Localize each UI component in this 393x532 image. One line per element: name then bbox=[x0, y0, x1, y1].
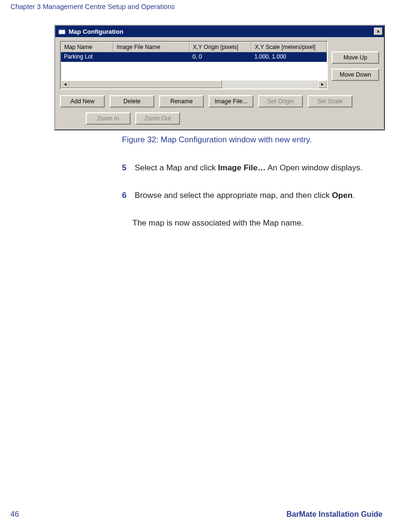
step-6-text-a: Browse and select the appropriate map, a… bbox=[135, 191, 332, 200]
step-5: 5 Select a Map and click Image File… An … bbox=[122, 163, 383, 174]
step-5-bold: Image File… bbox=[218, 163, 266, 172]
zoom-out-button: Zoom Out bbox=[135, 112, 180, 125]
list-header: Map Name Image File Name X,Y Origin [pix… bbox=[61, 42, 327, 52]
move-down-button[interactable]: Move Down bbox=[332, 69, 379, 81]
svg-rect-1 bbox=[59, 29, 65, 30]
image-file-button[interactable]: Image File... bbox=[209, 95, 253, 108]
scroll-track[interactable] bbox=[222, 80, 318, 89]
col-image-file[interactable]: Image File Name bbox=[113, 42, 190, 52]
set-scale-button: Set Scale bbox=[308, 95, 353, 108]
col-map-name[interactable]: Map Name bbox=[61, 42, 113, 52]
cell-map-name: Parking Lot bbox=[61, 52, 113, 62]
horizontal-scrollbar[interactable]: ◄ ► bbox=[61, 80, 327, 89]
page-header: Chapter 3 Management Centre Setup and Op… bbox=[10, 3, 175, 10]
step-6-bold: Open bbox=[332, 191, 353, 200]
footer-title: BarMate Installation Guide bbox=[286, 510, 383, 519]
figure-block: Map Configuration × Map Name Image File … bbox=[54, 25, 385, 145]
move-up-button[interactable]: Move Up bbox=[332, 51, 379, 64]
figure-caption: Figure 32: Map Configuration window with… bbox=[54, 135, 385, 145]
rename-button[interactable]: Rename bbox=[159, 95, 204, 108]
scroll-right-button[interactable]: ► bbox=[318, 80, 327, 88]
cell-scale: 1.000, 1.000 bbox=[252, 52, 327, 62]
step-6: 6 Browse and select the appropriate map,… bbox=[122, 190, 383, 201]
col-scale[interactable]: X,Y Scale [meters/pixel] bbox=[252, 42, 327, 52]
button-row-2: Zoom In Zoom Out bbox=[86, 112, 379, 125]
map-list[interactable]: Map Name Image File Name X,Y Origin [pix… bbox=[60, 41, 328, 89]
button-row-1: Add New Delete Rename Image File... Set … bbox=[60, 95, 379, 108]
dialog-title: Map Configuration bbox=[68, 28, 374, 35]
zoom-in-button: Zoom In bbox=[86, 112, 131, 125]
cell-origin: 0, 0 bbox=[190, 52, 252, 62]
dialog-body: Map Name Image File Name X,Y Origin [pix… bbox=[55, 37, 384, 129]
step-5-text-a: Select a Map and click bbox=[135, 163, 218, 172]
page-number: 46 bbox=[10, 510, 19, 519]
step-6-number: 6 bbox=[122, 190, 132, 201]
col-origin[interactable]: X,Y Origin [pixels] bbox=[190, 42, 252, 52]
followup-text: The map is now associated with the Map n… bbox=[122, 218, 383, 229]
step-6-text-b: . bbox=[353, 191, 355, 200]
delete-button[interactable]: Delete bbox=[110, 95, 154, 108]
list-empty-area[interactable] bbox=[61, 62, 327, 80]
list-row-selected[interactable]: Parking Lot 0, 0 1.000, 1.000 bbox=[61, 52, 327, 62]
set-origin-button: Set Origin bbox=[258, 95, 303, 108]
step-5-text-b: An Open window displays. bbox=[266, 163, 363, 172]
add-new-button[interactable]: Add New bbox=[60, 95, 105, 108]
close-button[interactable]: × bbox=[374, 28, 383, 35]
side-buttons: Move Up Move Down bbox=[332, 41, 379, 89]
scroll-left-button[interactable]: ◄ bbox=[61, 80, 70, 88]
step-5-number: 5 bbox=[122, 163, 132, 174]
scroll-thumb[interactable] bbox=[70, 80, 222, 88]
cell-image-file bbox=[113, 52, 190, 62]
map-config-dialog: Map Configuration × Map Name Image File … bbox=[54, 25, 385, 130]
titlebar: Map Configuration × bbox=[55, 26, 384, 37]
app-icon bbox=[58, 28, 66, 35]
